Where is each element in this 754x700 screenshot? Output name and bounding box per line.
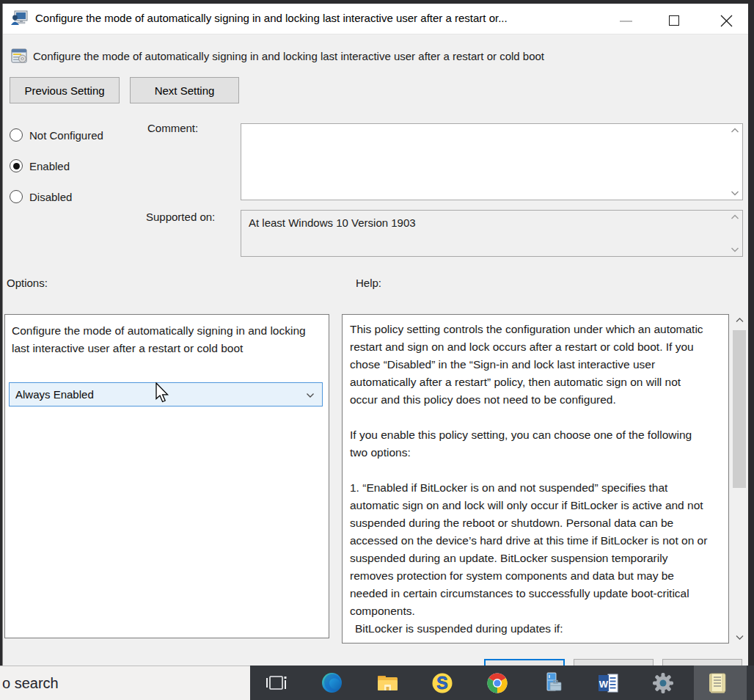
edge-button[interactable] — [315, 666, 348, 700]
scroll-up-icon — [731, 214, 739, 220]
scrollbar-up-button[interactable] — [733, 314, 746, 327]
option-setting-text: Configure the mode of automatically sign… — [5, 315, 329, 357]
file-explorer-button[interactable] — [370, 666, 404, 700]
options-panel: Configure the mode of automatically sign… — [4, 314, 329, 638]
chrome-button[interactable] — [480, 666, 514, 700]
close-icon — [720, 15, 733, 27]
task-view-button[interactable] — [260, 666, 293, 700]
comment-textarea[interactable] — [241, 123, 743, 200]
word-icon: W — [598, 674, 618, 693]
toolbox-app-icon — [541, 672, 563, 694]
policy-setting-icon — [11, 48, 27, 64]
edge-icon — [321, 672, 343, 693]
toolbox-app-button[interactable] — [535, 666, 569, 700]
help-paragraph: If you enable this policy setting, you c… — [350, 426, 709, 462]
radio-circle — [10, 190, 23, 203]
previous-setting-button[interactable]: Previous Setting — [10, 77, 120, 103]
window-title: Configure the mode of automatically sign… — [35, 12, 508, 24]
s-app-icon: S — [431, 672, 453, 694]
title-bar: Configure the mode of automatically sign… — [3, 4, 748, 34]
mode-dropdown[interactable]: Always Enabled — [9, 382, 323, 406]
policy-title: Configure the mode of automatically sign… — [33, 50, 722, 62]
radio-label: Enabled — [29, 160, 70, 172]
chrome-icon — [486, 672, 508, 694]
svg-text:S: S — [436, 674, 447, 693]
policy-user-monitor-icon — [10, 10, 29, 29]
radio-enabled[interactable]: Enabled — [10, 158, 70, 173]
maximize-icon — [669, 15, 679, 26]
radio-label: Not Configured — [29, 129, 103, 142]
maximize-button[interactable] — [665, 12, 684, 29]
close-button[interactable] — [716, 12, 736, 29]
minimize-icon — [620, 21, 632, 22]
supported-on-label: Supported on: — [146, 211, 215, 223]
radio-circle-checked — [10, 159, 23, 172]
gpedit-scroll-icon — [707, 672, 728, 694]
next-setting-button[interactable]: Next Setting — [130, 77, 239, 103]
help-scrollbar[interactable] — [733, 314, 746, 644]
scroll-down-icon[interactable] — [731, 190, 739, 196]
help-paragraph: 1. “Enabled if BitLocker is on and not s… — [350, 479, 709, 620]
s-app-button[interactable]: S — [425, 666, 459, 700]
screen: Configure the mode of automatically sign… — [0, 0, 754, 700]
comment-label: Comment: — [147, 122, 198, 134]
apply-button[interactable] — [662, 659, 742, 666]
radio-label: Disabled — [29, 191, 72, 203]
search-placeholder-text: o search — [0, 675, 59, 692]
help-paragraph-clipped: BitLocker is suspended during updates if… — [350, 620, 709, 638]
word-button[interactable]: W — [591, 666, 625, 700]
dropdown-value: Always Enabled — [10, 388, 94, 401]
help-text: This policy setting controls the configu… — [343, 315, 728, 638]
scroll-down-icon — [731, 247, 739, 252]
help-panel: This policy setting controls the configu… — [342, 314, 729, 644]
taskbar-search-box[interactable]: o search — [0, 666, 250, 700]
help-paragraph: This policy setting controls the configu… — [350, 321, 709, 409]
policy-setting-dialog: Configure the mode of automatically sign… — [2, 4, 748, 666]
supported-on-box: At least Windows 10 Version 1903 — [241, 210, 743, 257]
scrollbar-down-button[interactable] — [733, 631, 746, 644]
scrollbar-thumb[interactable] — [733, 330, 746, 488]
cancel-button[interactable] — [574, 659, 654, 666]
svg-text:W: W — [599, 678, 609, 689]
settings-button[interactable] — [646, 666, 680, 700]
minimize-button[interactable] — [615, 14, 637, 29]
taskbar: o search — [0, 666, 754, 700]
file-explorer-icon — [377, 674, 398, 692]
scroll-up-icon[interactable] — [731, 128, 739, 134]
radio-not-configured[interactable]: Not Configured — [10, 128, 103, 142]
radio-dot — [13, 163, 20, 169]
settings-gear-icon — [652, 672, 674, 694]
radio-disabled[interactable]: Disabled — [10, 189, 72, 204]
ok-button[interactable] — [484, 659, 565, 666]
help-label: Help: — [356, 277, 381, 289]
options-label: Options: — [7, 277, 48, 289]
supported-on-value: At least Windows 10 Version 1903 — [241, 211, 742, 229]
radio-circle — [10, 128, 23, 142]
task-view-icon — [266, 674, 288, 693]
gpedit-button[interactable] — [700, 666, 734, 700]
chevron-down-icon — [306, 393, 315, 398]
